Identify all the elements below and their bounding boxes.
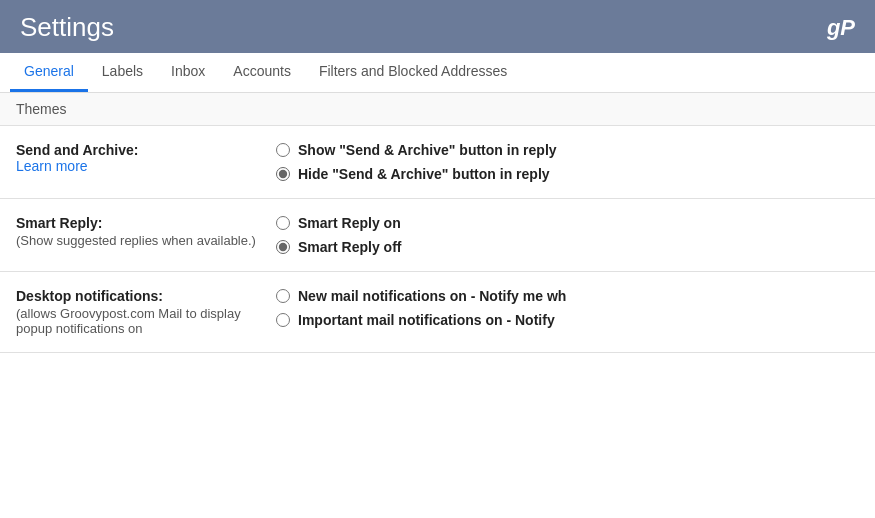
gp-logo: gP xyxy=(827,15,855,41)
settings-content: Send and Archive: Learn more Show "Send … xyxy=(0,126,875,353)
smart-reply-option-on[interactable]: Smart Reply on xyxy=(276,215,859,231)
desktop-notifications-options: New mail notifications on - Notify me wh… xyxy=(276,288,859,328)
smart-reply-radio-off[interactable] xyxy=(276,240,290,254)
send-archive-row: Send and Archive: Learn more Show "Send … xyxy=(0,126,875,199)
smart-reply-option-off[interactable]: Smart Reply off xyxy=(276,239,859,255)
send-archive-label-hide: Hide "Send & Archive" button in reply xyxy=(298,166,550,182)
smart-reply-options: Smart Reply on Smart Reply off xyxy=(276,215,859,255)
desktop-notifications-label: Desktop notifications: (allows Groovypos… xyxy=(16,288,276,336)
tab-inbox[interactable]: Inbox xyxy=(157,53,219,92)
tab-filters[interactable]: Filters and Blocked Addresses xyxy=(305,53,521,92)
send-archive-label: Send and Archive: Learn more xyxy=(16,142,276,174)
send-archive-option-hide[interactable]: Hide "Send & Archive" button in reply xyxy=(276,166,859,182)
desktop-notifications-radio-new[interactable] xyxy=(276,289,290,303)
settings-header: Settings gP xyxy=(0,0,875,53)
smart-reply-desc: (Show suggested replies when available.) xyxy=(16,233,256,248)
send-archive-title: Send and Archive: xyxy=(16,142,256,158)
tab-labels[interactable]: Labels xyxy=(88,53,157,92)
send-archive-label-show: Show "Send & Archive" button in reply xyxy=(298,142,557,158)
tab-accounts[interactable]: Accounts xyxy=(219,53,305,92)
smart-reply-radio-on[interactable] xyxy=(276,216,290,230)
desktop-notifications-radio-important[interactable] xyxy=(276,313,290,327)
smart-reply-label: Smart Reply: (Show suggested replies whe… xyxy=(16,215,276,248)
send-archive-radio-hide[interactable] xyxy=(276,167,290,181)
smart-reply-row: Smart Reply: (Show suggested replies whe… xyxy=(0,199,875,272)
desktop-notifications-desc: (allows Groovypost.com Mail to display p… xyxy=(16,306,256,336)
send-archive-learn-more[interactable]: Learn more xyxy=(16,158,88,174)
desktop-notifications-option-important[interactable]: Important mail notifications on - Notify xyxy=(276,312,859,328)
themes-row[interactable]: Themes xyxy=(0,93,875,126)
smart-reply-label-on: Smart Reply on xyxy=(298,215,401,231)
smart-reply-title: Smart Reply: xyxy=(16,215,256,231)
send-archive-option-show[interactable]: Show "Send & Archive" button in reply xyxy=(276,142,859,158)
send-archive-options: Show "Send & Archive" button in reply Hi… xyxy=(276,142,859,182)
smart-reply-label-off: Smart Reply off xyxy=(298,239,401,255)
desktop-notifications-label-new: New mail notifications on - Notify me wh xyxy=(298,288,566,304)
themes-label: Themes xyxy=(16,101,67,117)
desktop-notifications-option-new[interactable]: New mail notifications on - Notify me wh xyxy=(276,288,859,304)
nav-tabs: General Labels Inbox Accounts Filters an… xyxy=(0,53,875,93)
settings-title: Settings xyxy=(20,12,114,43)
desktop-notifications-title: Desktop notifications: xyxy=(16,288,256,304)
desktop-notifications-row: Desktop notifications: (allows Groovypos… xyxy=(0,272,875,353)
tab-general[interactable]: General xyxy=(10,53,88,92)
send-archive-radio-show[interactable] xyxy=(276,143,290,157)
desktop-notifications-label-important: Important mail notifications on - Notify xyxy=(298,312,555,328)
